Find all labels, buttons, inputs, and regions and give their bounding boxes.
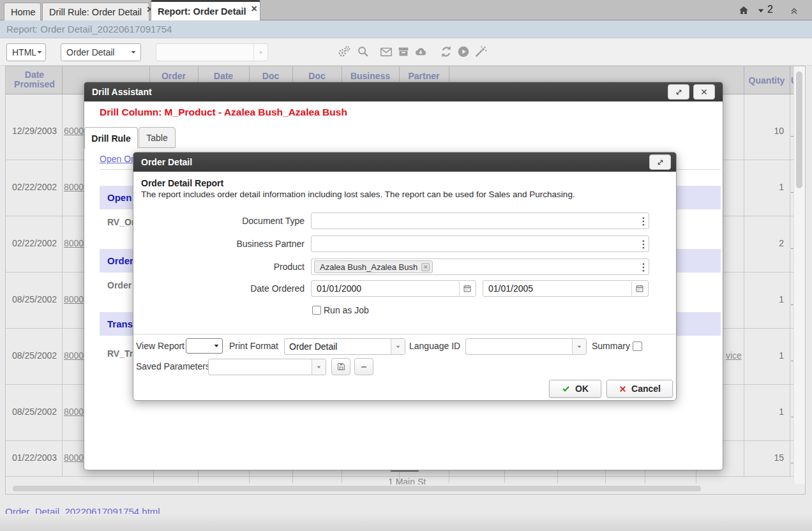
saved-parameters-combobox[interactable] [208, 359, 326, 375]
column-header-fragment[interactable]: Partner [400, 71, 448, 81]
product-chip[interactable]: Azalea Bush_Azalea Bush × [314, 260, 433, 273]
cloud-download-icon[interactable] [414, 45, 428, 59]
column-header-fragment[interactable]: Doc [293, 71, 341, 81]
cell-document-link[interactable]: 8000 [64, 182, 84, 192]
gears-icon[interactable] [337, 45, 351, 59]
x-icon [619, 385, 627, 393]
summary-checkbox[interactable] [633, 341, 642, 351]
combo-dropdown-button[interactable] [572, 339, 586, 354]
minus-icon [359, 363, 368, 371]
business-partner-field[interactable] [311, 236, 649, 252]
column-border [62, 94, 63, 476]
maximize-button[interactable] [668, 84, 689, 100]
wizard-icon[interactable] [474, 45, 488, 59]
combo-dropdown-button[interactable] [391, 339, 405, 354]
save-parameters-button[interactable] [331, 358, 350, 375]
cell-date-promised: 02/22/2002 [8, 238, 61, 248]
column-header-date-promised[interactable]: Date Promised [8, 70, 61, 89]
drill-dialog-titlebar[interactable]: Drill Assistant [84, 82, 723, 101]
tab-home[interactable]: Home [4, 3, 41, 20]
run-as-job-checkbox[interactable] [312, 306, 321, 315]
screen: Home Drill Rule: Order Detail × Report: … [0, 0, 812, 531]
cell-document-link[interactable]: 8000 [64, 350, 84, 361]
horizontal-scrollbar-thumb[interactable] [13, 486, 701, 491]
drill-tab-table[interactable]: Table [139, 127, 176, 148]
cell-document-link[interactable]: 6000 [64, 126, 84, 136]
column-header-fragment[interactable]: Order [150, 71, 197, 81]
date-from-field[interactable]: 01/01/2000 [311, 280, 476, 297]
print-format-combobox[interactable]: Order Detail [284, 338, 405, 355]
refresh-icon[interactable] [439, 45, 453, 59]
cell-document-link[interactable]: 8000 [64, 238, 84, 248]
order-dialog-titlebar[interactable]: Order Detail [133, 153, 676, 172]
column-border [557, 470, 558, 483]
cancel-button-label: Cancel [631, 384, 661, 394]
calendar-button[interactable] [631, 281, 647, 295]
home-icon[interactable] [738, 4, 749, 16]
chip-remove-icon[interactable]: × [421, 263, 430, 271]
chevron-down-icon [576, 345, 582, 349]
cell-document-link[interactable]: 8000 [64, 452, 84, 463]
business-partner-label: Business Partner [133, 236, 304, 252]
report-description: The report includes order detail informa… [141, 190, 665, 199]
order-detail-dialog: Order Detail Order Detail Report The rep… [133, 152, 677, 401]
view-report-label: View Report [136, 338, 184, 354]
combo-dropdown-button[interactable] [253, 44, 267, 61]
product-chip-label: Azalea Bush_Azalea Bush [320, 262, 417, 272]
cell-document-link[interactable]: 8000 [64, 294, 84, 304]
more-options-icon[interactable] [642, 216, 645, 227]
ok-button[interactable]: OK [549, 380, 601, 398]
chevron-down-icon [258, 50, 264, 55]
report-format-select[interactable]: Order Detail [61, 43, 141, 61]
language-id-combobox[interactable] [465, 338, 587, 355]
breadcrumb-text: Report: Order Detail_20220617091754 [6, 24, 172, 34]
format-select[interactable]: HTML [6, 43, 46, 61]
cell-document-link[interactable]: 8000 [64, 407, 84, 417]
run-icon[interactable] [456, 45, 470, 59]
calendar-icon [635, 284, 644, 293]
search-combobox[interactable] [156, 43, 268, 61]
mail-icon[interactable] [379, 45, 393, 59]
column-header-fragment[interactable]: Date [199, 71, 248, 81]
maximize-button[interactable] [649, 154, 671, 170]
chevron-down-icon [130, 50, 137, 55]
save-icon [336, 362, 346, 371]
calendar-button[interactable] [459, 281, 475, 295]
maximize-icon [675, 88, 683, 96]
combo-dropdown-button[interactable] [312, 359, 326, 375]
collapse-double-chevron-up-icon[interactable] [789, 5, 799, 15]
vertical-scrollbar-thumb[interactable] [796, 71, 802, 188]
chevron-down-icon[interactable] [757, 8, 765, 14]
drill-tab-drill-rule[interactable]: Drill Rule [84, 127, 138, 149]
column-header-fragment[interactable]: Doc [250, 71, 292, 81]
cancel-button[interactable]: Cancel [606, 380, 673, 398]
close-button[interactable] [693, 84, 715, 100]
partial-row: 1 Main St [357, 477, 485, 484]
tab-close-icon[interactable]: × [252, 6, 257, 12]
delete-parameters-button[interactable] [354, 358, 373, 375]
more-options-icon[interactable] [642, 262, 645, 273]
drill-rule-link[interactable]: Open Or [100, 154, 134, 164]
saved-parameters-label: Saved Parameters [136, 358, 210, 375]
cell-product-link-fragment[interactable]: vice [726, 350, 742, 361]
date-to-field[interactable]: 01/01/2005 [483, 280, 649, 297]
column-border [249, 470, 250, 483]
column-header-fragment[interactable]: Business [342, 71, 398, 81]
product-field[interactable]: Azalea Bush_Azalea Bush × [311, 258, 649, 275]
search-icon[interactable] [356, 45, 370, 59]
print-format-label: Print Format [229, 338, 278, 354]
column-border [790, 94, 790, 476]
partial-row-text: 1 Main St [388, 477, 426, 484]
more-options-icon[interactable] [642, 239, 645, 250]
cell-date-promised: 02/22/2002 [8, 182, 61, 192]
column-divider [790, 66, 790, 94]
archive-icon[interactable] [396, 45, 410, 59]
document-type-field[interactable] [311, 213, 649, 229]
tab-drill-rule[interactable]: Drill Rule: Order Detail × [42, 3, 149, 20]
chevron-down-icon [395, 345, 401, 349]
report-name-heading: Order Detail Report [141, 178, 223, 188]
cell-date-promised: 08/25/2002 [8, 407, 61, 417]
view-report-select[interactable] [186, 338, 223, 354]
column-header-quantity[interactable]: Quantity [744, 76, 789, 86]
tab-report-order-detail[interactable]: Report: Order Detail × [151, 0, 260, 20]
